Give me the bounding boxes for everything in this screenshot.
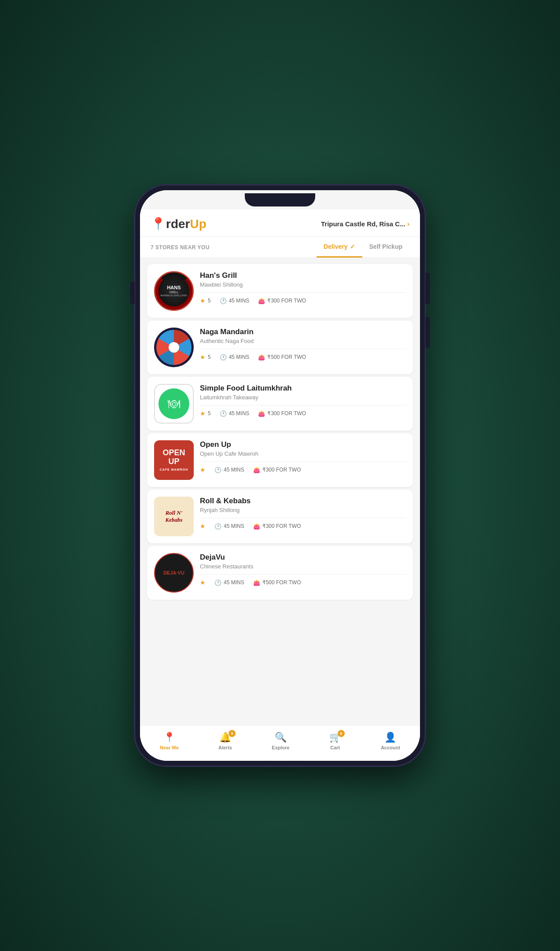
tab-self-pickup[interactable]: Self Pickup <box>362 237 409 258</box>
restaurant-card[interactable]: 🍽 Simple Food Laitumkhrah Laitumkhrah Ta… <box>147 377 413 431</box>
restaurant-logo: OPEN UP CAFE MAWROH <box>154 440 194 480</box>
time-item: 🕐 45 MINS <box>214 579 244 586</box>
clock-icon: 🕐 <box>214 579 221 586</box>
rating-item: ★ <box>200 466 206 473</box>
app-logo: 📍rderUp <box>151 217 206 231</box>
restaurant-name: Han's Grill <box>200 271 406 280</box>
wallet-icon: 👛 <box>258 298 265 304</box>
price-value: ₹500 FOR TWO <box>262 579 301 586</box>
tab-group: Delivery ✓ Self Pickup <box>317 237 409 258</box>
screen-content: 📍rderUp Tripura Castle Rd, Risa C... › 7… <box>140 210 420 761</box>
alerts-badge: 0 <box>228 730 236 737</box>
tab-delivery-label: Delivery <box>324 243 347 250</box>
tab-self-pickup-label: Self Pickup <box>369 243 402 250</box>
rating-item: ★ 5 <box>200 354 211 361</box>
price-item: 👛 ₹300 FOR TWO <box>258 298 306 304</box>
restaurant-name: Open Up <box>200 440 406 449</box>
restaurant-name: Roll & Kebabs <box>200 497 406 505</box>
rating-item: ★ <box>200 523 206 530</box>
restaurant-logo: DEJA·VU <box>154 553 194 593</box>
time-value: 45 MINS <box>229 354 250 360</box>
restaurant-card[interactable]: Roll N' Kebabs Roll & Kebabs Rynjah Shil… <box>147 490 413 543</box>
time-item: 🕐 45 MINS <box>214 467 244 473</box>
restaurant-subtitle: Authentic Naga Food <box>200 338 406 344</box>
star-icon: ★ <box>200 410 206 417</box>
logo-up: Up <box>190 217 206 231</box>
time-item: 🕐 45 MINS <box>220 354 250 361</box>
price-item: 👛 ₹300 FOR TWO <box>253 523 301 530</box>
restaurant-info: Naga Mandarin Authentic Naga Food ★ 5 🕐 … <box>200 328 406 361</box>
location-button[interactable]: Tripura Castle Rd, Risa C... › <box>321 220 409 228</box>
restaurant-logo <box>154 328 194 367</box>
restaurant-logo: HANS GRILL MAWBLEI SHILLONG <box>154 271 194 311</box>
rating-value: 5 <box>208 354 211 360</box>
rating-item: ★ 5 <box>200 297 211 304</box>
price-item: 👛 ₹300 FOR TWO <box>258 410 306 417</box>
restaurant-logo: Roll N' Kebabs <box>154 497 194 536</box>
check-icon: ✓ <box>350 243 355 250</box>
nav-cart-label: Cart <box>330 745 340 750</box>
restaurant-subtitle: Rynjah Shillong <box>200 507 406 513</box>
restaurant-card[interactable]: HANS GRILL MAWBLEI SHILLONG Han's Grill … <box>147 264 413 318</box>
time-value: 45 MINS <box>224 523 244 529</box>
restaurant-card[interactable]: Naga Mandarin Authentic Naga Food ★ 5 🕐 … <box>147 321 413 374</box>
clock-icon: 🕐 <box>220 354 227 361</box>
nav-account-label: Account <box>381 745 400 750</box>
nav-account[interactable]: 👤 Account <box>374 730 407 752</box>
price-value: ₹300 FOR TWO <box>267 410 306 417</box>
nav-near-me[interactable]: 📍 Near Me <box>153 730 186 752</box>
price-item: 👛 ₹500 FOR TWO <box>258 354 306 361</box>
restaurant-info: Open Up Open Up Cafe Mawroh ★ 🕐 45 MINS <box>200 440 406 473</box>
star-icon: ★ <box>200 297 206 304</box>
restaurant-card[interactable]: DEJA·VU DejaVu Chinese Restaurants ★ 🕐 4… <box>147 546 413 600</box>
restaurant-meta: ★ 5 🕐 45 MINS 👛 ₹300 FOR TWO <box>200 405 406 417</box>
restaurant-subtitle: Open Up Cafe Mawroh <box>200 450 406 457</box>
restaurant-meta: ★ 🕐 45 MINS 👛 ₹500 FOR TWO <box>200 574 406 586</box>
restaurant-meta: ★ 🕐 45 MINS 👛 ₹300 FOR TWO <box>200 461 406 473</box>
rating-item: ★ 5 <box>200 410 211 417</box>
near-me-icon: 📍 <box>163 732 175 743</box>
side-button-left <box>130 282 135 304</box>
time-value: 45 MINS <box>229 298 250 304</box>
price-value: ₹300 FOR TWO <box>262 523 301 529</box>
star-icon: ★ <box>200 466 206 473</box>
nav-explore[interactable]: 🔍 Explore <box>265 730 296 752</box>
notch <box>245 193 315 206</box>
rating-value: 5 <box>208 410 211 417</box>
nav-cart[interactable]: 🛒 0 Cart <box>322 730 348 752</box>
nav-alerts-label: Alerts <box>218 745 232 750</box>
star-icon: ★ <box>200 354 206 361</box>
clock-icon: 🕐 <box>220 298 227 304</box>
clock-icon: 🕐 <box>220 410 227 417</box>
restaurant-logo: 🍽 <box>154 384 194 424</box>
wallet-icon: 👛 <box>258 410 265 417</box>
price-value: ₹500 FOR TWO <box>267 354 306 360</box>
side-button-right2 <box>425 317 430 348</box>
restaurant-name: Naga Mandarin <box>200 328 406 336</box>
app-header: 📍rderUp Tripura Castle Rd, Risa C... › <box>140 210 420 237</box>
wallet-icon: 👛 <box>253 467 260 473</box>
rating-item: ★ <box>200 579 206 586</box>
logo-icon: 📍rder <box>151 217 190 231</box>
restaurant-name: DejaVu <box>200 553 406 562</box>
time-item: 🕐 45 MINS <box>220 298 250 304</box>
tab-delivery[interactable]: Delivery ✓ <box>317 237 362 258</box>
nav-alerts[interactable]: 🔔 0 Alerts <box>211 730 239 752</box>
restaurant-info: Roll & Kebabs Rynjah Shillong ★ 🕐 45 MIN… <box>200 497 406 530</box>
nav-near-me-label: Near Me <box>160 745 179 750</box>
wallet-icon: 👛 <box>258 354 265 361</box>
restaurant-meta: ★ 5 🕐 45 MINS 👛 ₹300 FOR TWO <box>200 292 406 304</box>
price-value: ₹300 FOR TWO <box>262 467 301 473</box>
time-value: 45 MINS <box>224 579 244 586</box>
wallet-icon: 👛 <box>253 579 260 586</box>
chevron-right-icon: › <box>407 220 409 228</box>
restaurant-meta: ★ 5 🕐 45 MINS 👛 ₹500 FOR TWO <box>200 349 406 361</box>
restaurant-list: HANS GRILL MAWBLEI SHILLONG Han's Grill … <box>140 258 420 725</box>
phone-screen: 📍rderUp Tripura Castle Rd, Risa C... › 7… <box>140 190 420 761</box>
phone-frame: 📍rderUp Tripura Castle Rd, Risa C... › 7… <box>135 185 425 766</box>
star-icon: ★ <box>200 523 206 530</box>
restaurant-info: Simple Food Laitumkhrah Laitumkhrah Take… <box>200 384 406 417</box>
restaurant-card[interactable]: OPEN UP CAFE MAWROH Open Up Open Up Cafe… <box>147 433 413 487</box>
restaurant-info: DejaVu Chinese Restaurants ★ 🕐 45 MINS <box>200 553 406 586</box>
time-value: 45 MINS <box>229 410 250 417</box>
